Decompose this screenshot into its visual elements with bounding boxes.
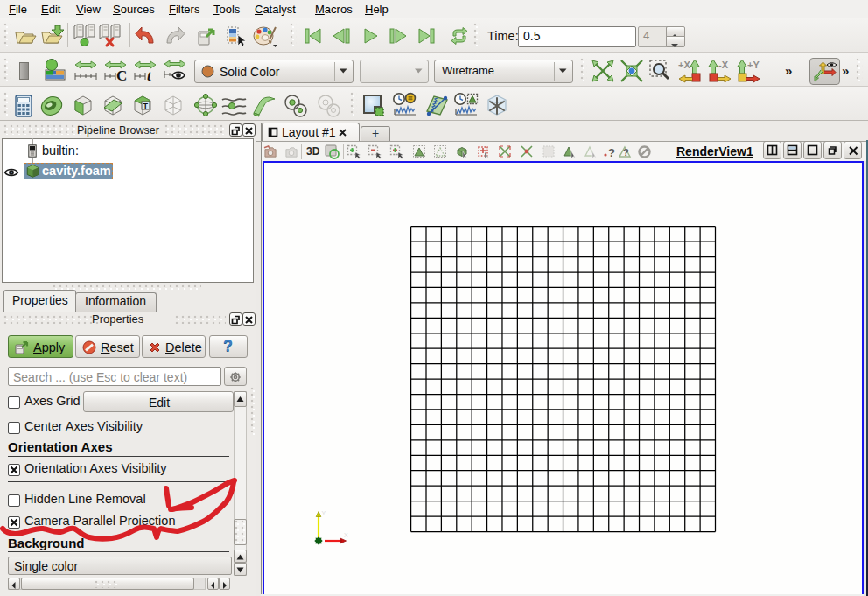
svg-text:?: ? — [623, 147, 629, 158]
svg-text:-X: -X — [718, 60, 729, 70]
svg-text:+X: +X — [678, 60, 690, 70]
svg-text:Y: Y — [322, 510, 326, 516]
svg-text:X: X — [344, 532, 348, 538]
svg-text:C: C — [116, 67, 127, 82]
svg-text:t: t — [147, 67, 152, 82]
svg-text:+Y: +Y — [747, 60, 760, 70]
svg-text:T: T — [144, 102, 149, 110]
svg-text:?: ? — [608, 146, 615, 159]
